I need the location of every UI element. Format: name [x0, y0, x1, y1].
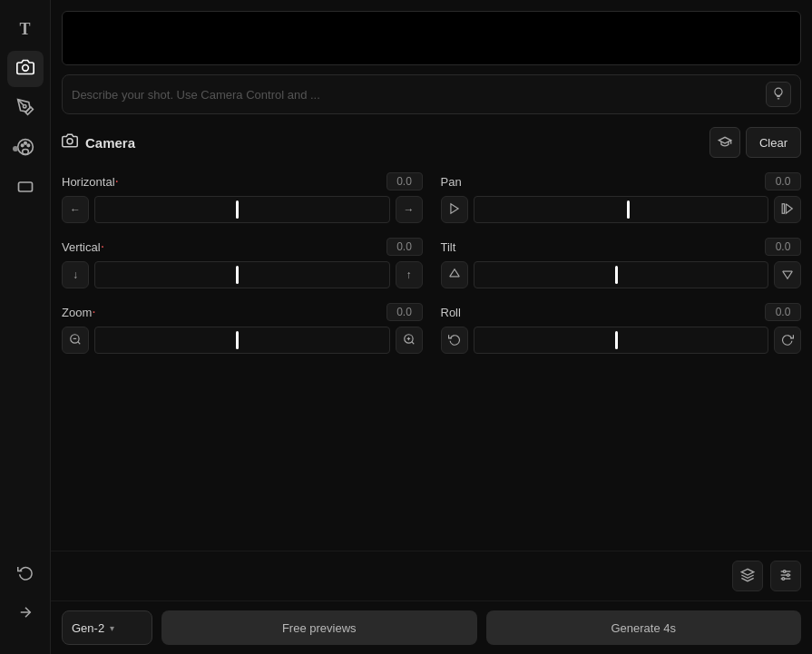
pan-label-row: Pan 0.0: [441, 172, 802, 190]
preview-area: [62, 11, 801, 65]
svg-point-1: [23, 104, 25, 107]
camera-label: Camera: [85, 135, 135, 151]
sidebar-item-text[interactable]: T: [7, 11, 44, 47]
svg-point-5: [27, 144, 30, 147]
arrow-up-icon: ↑: [406, 268, 412, 281]
horizontal-left-btn[interactable]: ←: [62, 196, 89, 223]
bottom-toolbar: [51, 551, 812, 600]
horizontal-right-btn[interactable]: →: [396, 196, 423, 223]
tilt-slider-row: [441, 261, 802, 288]
arrow-right-icon: →: [404, 203, 415, 216]
main-panel: Camera Clear: [51, 0, 812, 654]
zoom-value: 0.0: [386, 303, 423, 321]
vertical-slider-row: ↓ ↑: [62, 261, 423, 288]
tilt-left-btn[interactable]: [441, 261, 468, 288]
free-previews-button[interactable]: Free previews: [161, 610, 477, 645]
roll-label-row: Roll 0.0: [441, 303, 802, 321]
tilt-left-icon: [448, 268, 461, 283]
control-zoom: Zoom· 0.0: [62, 303, 423, 354]
svg-rect-10: [782, 203, 784, 213]
gen-model-select[interactable]: Gen-2 ▾: [62, 610, 152, 645]
horizontal-slider[interactable]: [94, 196, 390, 223]
prompt-input[interactable]: [72, 88, 766, 102]
roll-slider-row: [441, 327, 802, 354]
gen-model-label: Gen-2: [72, 621, 104, 635]
svg-line-17: [411, 341, 414, 344]
roll-slider[interactable]: [474, 327, 769, 354]
rotate-cw-icon: [781, 333, 794, 348]
sidebar: T: [0, 0, 51, 654]
vertical-slider[interactable]: [94, 261, 390, 288]
tilt-right-icon: [781, 268, 794, 283]
svg-point-26: [782, 577, 785, 580]
roll-thumb: [615, 331, 618, 349]
control-tilt: Tilt 0.0: [441, 238, 802, 288]
graduation-icon: [718, 134, 732, 151]
svg-rect-6: [18, 182, 32, 191]
sidebar-item-frame[interactable]: [7, 171, 44, 207]
roll-label: Roll: [441, 306, 461, 319]
pan-slider[interactable]: [474, 196, 769, 223]
pan-right-btn[interactable]: [774, 196, 801, 223]
sliders-button[interactable]: [770, 561, 801, 591]
svg-marker-9: [450, 203, 457, 213]
tilt-right-btn[interactable]: [774, 261, 801, 288]
clear-button[interactable]: Clear: [746, 127, 801, 158]
svg-marker-20: [741, 569, 753, 575]
pan-label: Pan: [441, 175, 462, 189]
arrow-down-icon: ↓: [73, 268, 78, 281]
tilt-thumb: [615, 266, 618, 284]
hat-button[interactable]: [709, 127, 740, 158]
generate-button[interactable]: Generate 4s: [486, 610, 802, 645]
sidebar-item-palette[interactable]: [7, 131, 44, 167]
control-pan: Pan 0.0: [441, 172, 802, 223]
sidebar-bottom: [7, 556, 44, 643]
tilt-slider[interactable]: [474, 261, 769, 288]
export-icon: [17, 604, 34, 625]
tilt-value: 0.0: [765, 238, 801, 256]
horizontal-dot: ·: [115, 173, 119, 189]
svg-line-14: [78, 341, 81, 344]
svg-point-8: [67, 139, 73, 144]
zoom-in-icon: [403, 333, 416, 348]
bulb-button[interactable]: [766, 82, 791, 107]
vertical-label: Vertical·: [62, 239, 104, 254]
brush-icon: [16, 98, 34, 121]
svg-point-0: [22, 64, 28, 71]
roll-ccw-btn[interactable]: [441, 327, 468, 354]
camera-icon: [16, 58, 34, 81]
action-bar: Gen-2 ▾ Free previews Generate 4s: [51, 600, 812, 654]
vertical-label-row: Vertical· 0.0: [62, 238, 423, 256]
zoom-thumb: [236, 331, 239, 349]
zoom-slider-row: [62, 327, 423, 354]
zoom-out-icon: [69, 333, 82, 348]
header-buttons: Clear: [709, 127, 801, 158]
layers-button[interactable]: [732, 561, 763, 591]
pan-left-btn[interactable]: [441, 196, 468, 223]
camera-section-icon: [62, 132, 78, 152]
horizontal-slider-row: ← →: [62, 196, 423, 223]
control-horizontal: Horizontal· 0.0 ← →: [62, 172, 423, 223]
pan-right-icon: [781, 202, 794, 218]
roll-cw-btn[interactable]: [774, 327, 801, 354]
tilt-label-row: Tilt 0.0: [441, 238, 802, 256]
sidebar-item-export[interactable]: [7, 596, 44, 632]
svg-point-24: [783, 570, 786, 572]
sidebar-item-camera[interactable]: [7, 51, 44, 87]
camera-title: Camera: [62, 132, 135, 152]
zoom-out-btn[interactable]: [62, 327, 89, 354]
vertical-value: 0.0: [386, 238, 423, 256]
vertical-down-btn[interactable]: ↓: [62, 261, 89, 288]
sidebar-item-undo[interactable]: [7, 556, 44, 592]
sidebar-item-brush[interactable]: [7, 91, 44, 127]
pan-slider-row: [441, 196, 802, 223]
vertical-thumb: [236, 266, 239, 284]
vertical-up-btn[interactable]: ↑: [396, 261, 423, 288]
chevron-down-icon: ▾: [110, 623, 114, 633]
zoom-in-btn[interactable]: [396, 327, 423, 354]
svg-point-4: [24, 142, 26, 144]
zoom-slider[interactable]: [94, 327, 390, 354]
pan-left-icon: [448, 202, 461, 218]
palette-icon: [16, 138, 34, 161]
svg-point-25: [787, 573, 789, 576]
